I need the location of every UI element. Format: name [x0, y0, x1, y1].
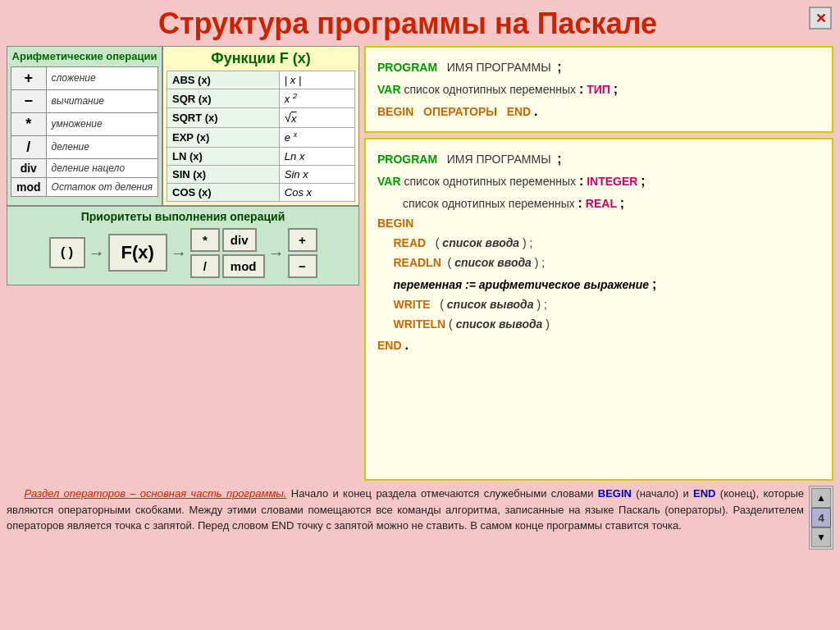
- table-row: COS (x) Cos x: [167, 183, 355, 201]
- page-number: 4: [811, 508, 831, 527]
- semi-4: ;: [641, 174, 645, 188]
- scrollbar-widget: ▲ 4 ▼: [809, 486, 833, 550]
- prio-div-row: / mod: [190, 254, 265, 278]
- code1-var-list: список однотипных переменных: [404, 83, 578, 96]
- code2-begin: BEGIN: [377, 214, 820, 234]
- bottom-section: Раздел операторов – основная часть прогр…: [0, 481, 840, 555]
- left-panel: Арифметические операции + сложение − выч…: [7, 46, 359, 481]
- table-row: / деление: [11, 135, 158, 158]
- prio-slash: /: [190, 254, 220, 278]
- code2-line3: список однотипных переменных : REAL ;: [377, 192, 820, 214]
- code2-name: ИМЯ ПРОГРАММЫ: [441, 153, 557, 166]
- kw-end-1: END: [500, 105, 531, 118]
- code2-read: READ ( список ввода ) ;: [377, 234, 820, 253]
- kw-begin-2: BEGIN: [377, 217, 413, 230]
- func-sqr-val: x 2: [279, 89, 354, 108]
- table-row: ABS (x) | x |: [167, 71, 355, 89]
- table-row: EXP (x) e x: [167, 128, 355, 147]
- kw-read: READ: [393, 236, 426, 249]
- code2-write-args: ( список вывода ) ;: [433, 298, 546, 311]
- table-row: mod Остаток от деления: [11, 177, 158, 196]
- prio-mul-row: * div: [190, 228, 265, 252]
- kw-begin-1: BEGIN: [377, 105, 413, 118]
- func-abs-name: ABS (x): [167, 71, 280, 89]
- op-mod: mod: [11, 177, 47, 196]
- prio-mul-div-group: * div / mod: [190, 228, 265, 278]
- desc-multiply: умножение: [46, 112, 158, 135]
- code-box-2: PROGRAM ИМЯ ПРОГРАММЫ ; VAR список однот…: [364, 138, 833, 481]
- code1-line3: BEGIN ОПЕРАТОРЫ END .: [377, 100, 820, 122]
- kw-var-1: VAR: [377, 83, 401, 96]
- op-plus: +: [11, 66, 47, 89]
- kw-writeln: WRITELN: [393, 317, 445, 331]
- kw-end-2: END: [377, 339, 402, 352]
- semi-1: ;: [557, 60, 561, 74]
- table-row: SQR (x) x 2: [167, 89, 355, 108]
- kw-integer: INTEGER: [587, 175, 637, 188]
- code2-var-list-2: список однотипных переменных: [377, 197, 578, 210]
- code2-var-list-1: список однотипных переменных: [404, 175, 578, 188]
- op-minus: −: [11, 89, 47, 112]
- colon-1: :: [579, 82, 583, 96]
- code2-assign: переменная := арифметическое выражение ;: [377, 273, 820, 295]
- kw-program-1: PROGRAM: [377, 61, 437, 74]
- title-bar: Структура программы на Паскале ✕: [0, 0, 840, 46]
- kw-program-2: PROGRAM: [377, 153, 437, 166]
- prio-minus: −: [288, 254, 317, 278]
- dot-2: .: [404, 338, 408, 352]
- arith-section: Арифметические операции + сложение − выч…: [7, 46, 162, 206]
- prio-plus-minus-group: + −: [288, 228, 317, 278]
- dot-1: .: [534, 104, 537, 118]
- prio-parens: ( ): [49, 237, 85, 268]
- func-exp-name: EXP (x): [167, 128, 280, 147]
- desc-plus: сложение: [46, 66, 158, 89]
- kw-real: REAL: [586, 197, 617, 210]
- desc-minus: вычитание: [46, 89, 158, 112]
- kw-begin-ref: BEGIN: [598, 487, 632, 500]
- code2-read-args: ( список ввода ) ;: [429, 236, 532, 249]
- code2-line2: VAR список однотипных переменных : INTEG…: [377, 170, 820, 192]
- code1-line1: PROGRAM ИМЯ ПРОГРАММЫ ;: [377, 56, 820, 78]
- table-row: div деление нацело: [11, 158, 158, 177]
- scroll-up-button[interactable]: ▲: [811, 488, 831, 508]
- semi-2: ;: [614, 82, 618, 96]
- arith-title: Арифметические операции: [11, 50, 158, 63]
- func-ln-name: LN (x): [167, 147, 280, 165]
- colon-3: :: [578, 196, 582, 210]
- code-box-1: PROGRAM ИМЯ ПРОГРАММЫ ; VAR список однот…: [364, 46, 833, 133]
- func-cos-name: COS (x): [167, 183, 280, 201]
- table-row: SQRT (x) √x: [167, 108, 355, 128]
- arith-func-row: Арифметические операции + сложение − выч…: [7, 46, 359, 206]
- prio-mul: *: [190, 228, 220, 252]
- kw-var-2: VAR: [377, 175, 401, 188]
- code2-line1: PROGRAM ИМЯ ПРОГРАММЫ ;: [377, 148, 820, 170]
- kw-operators: ОПЕРАТОРЫ: [417, 105, 497, 118]
- close-button[interactable]: ✕: [809, 7, 832, 30]
- colon-2: :: [579, 174, 583, 188]
- kw-tip: ТИП: [587, 83, 610, 96]
- code2-readln-args: ( список ввода ) ;: [445, 256, 546, 269]
- op-multiply: *: [11, 112, 47, 135]
- bottom-highlight: Раздел операторов – основная часть прогр…: [24, 487, 286, 500]
- scroll-down-button[interactable]: ▼: [811, 527, 831, 547]
- prio-fx: F(x): [108, 234, 167, 272]
- code2-write: WRITE ( список вывода ) ;: [377, 295, 820, 315]
- semi-5: ;: [620, 196, 624, 210]
- code1-line2: VAR список однотипных переменных : ТИП ;: [377, 78, 820, 100]
- kw-readln: READLN: [393, 256, 441, 269]
- arith-table: + сложение − вычитание * умножение /: [11, 66, 158, 197]
- func-table: ABS (x) | x | SQR (x) x 2 SQRT (x) √x: [167, 71, 355, 202]
- semi-assign: ;: [652, 277, 656, 291]
- priority-section: Приоритеты выполнения операций ( ) → F(x…: [7, 206, 359, 285]
- prio-arrow-3: →: [268, 244, 285, 262]
- priority-title: Приоритеты выполнения операций: [14, 210, 352, 223]
- table-row: * умножение: [11, 112, 158, 135]
- main-content: Арифметические операции + сложение − выч…: [0, 46, 840, 481]
- func-title: Функции F (x): [167, 50, 355, 67]
- func-sqr-name: SQR (x): [167, 89, 280, 108]
- table-row: LN (x) Ln x: [167, 147, 355, 165]
- func-ln-val: Ln x: [279, 147, 354, 165]
- op-div: div: [11, 158, 47, 177]
- func-sin-val: Sin x: [279, 165, 354, 183]
- right-panel: PROGRAM ИМЯ ПРОГРАММЫ ; VAR список однот…: [364, 46, 833, 481]
